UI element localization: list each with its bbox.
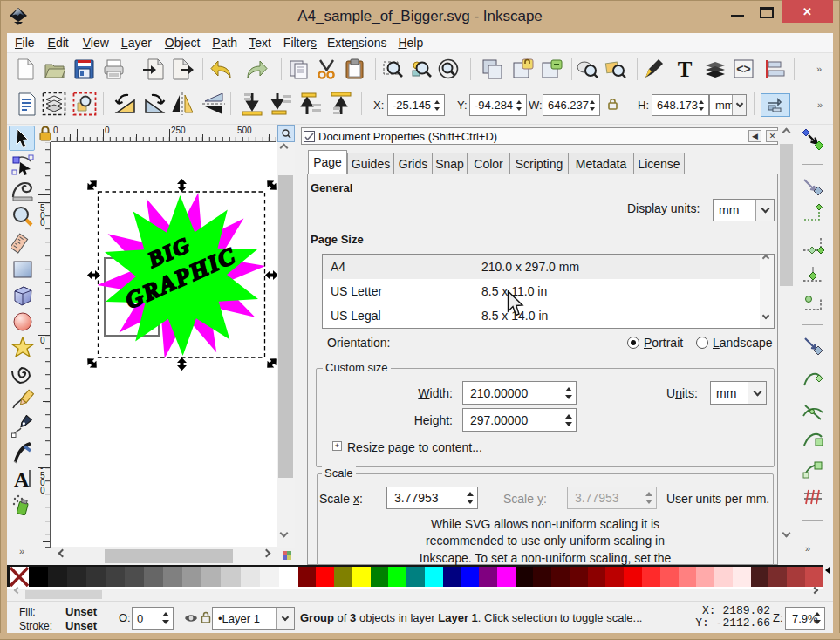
svg-text:T: T: [678, 58, 693, 80]
svg-text:<>: <>: [736, 62, 750, 76]
svg-text:A: A: [14, 468, 30, 490]
